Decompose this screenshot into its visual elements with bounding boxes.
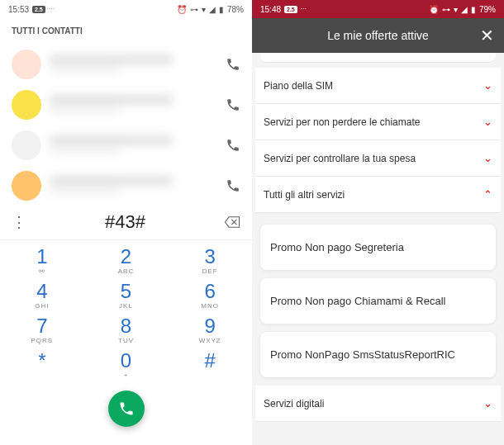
section-row[interactable]: Servizi per non perdere le chiamate⌄ bbox=[255, 104, 501, 140]
promo-card[interactable]: Promo Non pago Segreteria bbox=[260, 225, 496, 270]
offers-header: Le mie offerte attive ✕ bbox=[252, 18, 504, 53]
link-icon: ⊶ bbox=[442, 5, 450, 14]
call-button[interactable] bbox=[108, 391, 145, 427]
alarm-icon: ⏰ bbox=[177, 5, 187, 14]
chevron-down-icon: ⌄ bbox=[483, 152, 492, 164]
section-label: Servizi per controllare la tua spesa bbox=[264, 153, 416, 164]
key-0[interactable]: 0+ bbox=[84, 348, 169, 382]
key-3[interactable]: 3DEF bbox=[168, 244, 252, 278]
key-digit: 6 bbox=[168, 282, 252, 301]
card-title: Promo Non pago Segreteria bbox=[270, 241, 404, 253]
key-letters: PQRS bbox=[0, 337, 84, 344]
contact-list[interactable] bbox=[0, 44, 252, 205]
section-row[interactable]: Piano della SIM⌄ bbox=[255, 68, 501, 104]
key-letters: + bbox=[84, 372, 169, 379]
more-icon[interactable]: ⋮ bbox=[12, 213, 26, 231]
section-label: Servizi per non perdere le chiamate bbox=[264, 116, 420, 128]
chevron-down-icon: ⌄ bbox=[483, 79, 492, 92]
key-1[interactable]: 1⚯ bbox=[0, 244, 84, 278]
key-digit: 5 bbox=[84, 282, 169, 301]
header-title: Le mie offerte attive bbox=[327, 29, 429, 42]
key-letters: MNO bbox=[168, 302, 252, 310]
section-label: Tutti gli altri servizi bbox=[264, 189, 345, 201]
offers-screen: 15:48 2.5 ⋯ ⏰ ⊶ ▾ ◢ ▮ 79% Le mie offerte… bbox=[252, 0, 504, 445]
key-letters: DEF bbox=[168, 267, 252, 275]
status-bar: 15:48 2.5 ⋯ ⏰ ⊶ ▾ ◢ ▮ 79% bbox=[252, 0, 504, 18]
contact-row[interactable] bbox=[0, 125, 252, 165]
phone-icon[interactable] bbox=[226, 97, 240, 112]
contact-row[interactable] bbox=[0, 165, 252, 205]
key-digit: # bbox=[168, 351, 252, 371]
section-servizi-digitali[interactable]: Servizi digitali ⌄ bbox=[255, 386, 501, 422]
key-9[interactable]: 9WXYZ bbox=[168, 313, 252, 348]
contact-info bbox=[50, 96, 226, 113]
key-digit: 8 bbox=[84, 316, 169, 336]
phone-icon[interactable] bbox=[226, 138, 240, 153]
key-digit: 7 bbox=[0, 316, 84, 336]
key-digit: 1 bbox=[0, 247, 84, 267]
key-8[interactable]: 8TUV bbox=[84, 313, 169, 348]
dialer-screen: 15:53 2.5 ⋯ ⏰ ⊶ ▾ ◢ ▮ 78% TUTTI I CONTAT… bbox=[0, 0, 252, 445]
contacts-tab[interactable]: TUTTI I CONTATTI bbox=[0, 18, 252, 44]
phone-icon[interactable] bbox=[226, 57, 240, 72]
phone-icon[interactable] bbox=[226, 178, 240, 193]
offers-body[interactable]: Piano della SIM⌄Servizi per non perdere … bbox=[252, 53, 504, 445]
avatar bbox=[12, 130, 41, 160]
backspace-icon[interactable] bbox=[224, 216, 240, 228]
phone-icon bbox=[118, 400, 135, 417]
wifi-icon: ▾ bbox=[202, 5, 206, 14]
chevron-down-icon: ⌄ bbox=[483, 397, 492, 409]
section-label: Servizi digitali bbox=[264, 398, 324, 409]
key-digit: 2 bbox=[84, 247, 169, 267]
key-digit: 3 bbox=[168, 247, 252, 267]
battery-icon: ▮ bbox=[471, 5, 476, 14]
key-digit: 9 bbox=[168, 316, 252, 336]
status-bar: 15:53 2.5 ⋯ ⏰ ⊶ ▾ ◢ ▮ 78% bbox=[0, 0, 252, 18]
contact-info bbox=[50, 55, 226, 73]
key-2[interactable]: 2ABC bbox=[84, 244, 169, 278]
key-digit: 4 bbox=[0, 282, 84, 301]
contact-row[interactable] bbox=[0, 84, 252, 125]
key-5[interactable]: 5JKL bbox=[84, 278, 169, 313]
key-digit: * bbox=[0, 351, 84, 371]
section-label: Piano della SIM bbox=[264, 80, 333, 92]
contact-info bbox=[50, 136, 226, 154]
key-digit: 0 bbox=[84, 351, 169, 371]
promo-card[interactable]: Promo NonPago SmsStatusReportRIC bbox=[260, 332, 496, 377]
battery-pct: 78% bbox=[227, 5, 244, 14]
battery-icon: ▮ bbox=[219, 5, 224, 14]
card-title: Promo Non pago Chiamami & Recall bbox=[270, 295, 445, 307]
wifi-icon: ▾ bbox=[454, 5, 458, 14]
key-7[interactable]: 7PQRS bbox=[0, 313, 84, 348]
key-6[interactable]: 6MNO bbox=[168, 278, 252, 313]
link-icon: ⊶ bbox=[190, 5, 198, 14]
key-letters: TUV bbox=[84, 337, 169, 344]
status-time: 15:53 bbox=[8, 5, 29, 14]
status-extra: ⋯ bbox=[301, 6, 307, 12]
card-title: Promo NonPago SmsStatusReportRIC bbox=[270, 348, 455, 361]
signal-icon: ◢ bbox=[461, 5, 468, 14]
key-letters: ABC bbox=[84, 267, 169, 275]
alarm-icon: ⏰ bbox=[429, 5, 439, 14]
section-row[interactable]: Tutti gli altri servizi⌃ bbox=[255, 177, 501, 213]
key-#[interactable]: # bbox=[168, 348, 252, 382]
key-letters: ⚯ bbox=[0, 267, 84, 275]
contact-row[interactable] bbox=[0, 44, 252, 84]
signal-icon: ◢ bbox=[209, 5, 216, 14]
close-icon[interactable]: ✕ bbox=[480, 26, 494, 45]
avatar bbox=[12, 171, 41, 201]
key-*[interactable]: * bbox=[0, 348, 84, 382]
prev-card-edge bbox=[260, 53, 496, 63]
avatar bbox=[12, 90, 41, 120]
section-row[interactable]: Servizi per controllare la tua spesa⌄ bbox=[255, 140, 501, 177]
key-letters: JKL bbox=[84, 302, 169, 310]
status-time: 15:48 bbox=[260, 5, 281, 14]
status-badge: 2.5 bbox=[32, 6, 45, 13]
status-extra: ⋯ bbox=[49, 6, 55, 12]
dial-display-row: ⋮ #43# bbox=[0, 205, 252, 240]
dial-keypad: 1⚯2ABC3DEF4GHI5JKL6MNO7PQRS8TUV9WXYZ*0+# bbox=[0, 240, 252, 386]
key-4[interactable]: 4GHI bbox=[0, 278, 84, 313]
promo-card[interactable]: Promo Non pago Chiamami & Recall bbox=[260, 278, 496, 324]
key-letters: WXYZ bbox=[168, 337, 252, 344]
dialed-number: #43# bbox=[26, 211, 224, 233]
